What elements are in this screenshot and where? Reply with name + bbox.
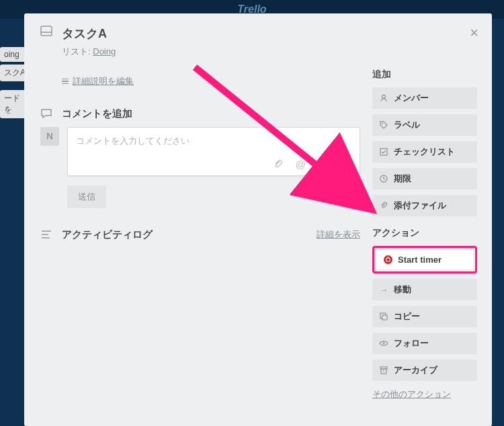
avatar[interactable]: N bbox=[40, 127, 59, 146]
add-section-title: 追加 bbox=[372, 69, 477, 81]
attachment-button[interactable]: 添付ファイル bbox=[372, 195, 477, 216]
comment-icon bbox=[39, 108, 54, 119]
svg-point-19 bbox=[383, 343, 385, 345]
members-icon bbox=[379, 94, 388, 102]
svg-point-11 bbox=[382, 123, 383, 124]
move-icon: → bbox=[379, 285, 388, 295]
comment-section-title: コメントを追加 bbox=[62, 108, 132, 120]
edit-description-link[interactable]: 詳細説明を編集 bbox=[62, 75, 134, 87]
svg-rect-12 bbox=[380, 148, 387, 155]
emoji-icon[interactable] bbox=[319, 159, 329, 170]
labels-button[interactable]: ラベル bbox=[372, 114, 477, 136]
main-column: タスクA リスト: Doing 詳細説明を編集 コメントを追加 N bbox=[39, 26, 372, 421]
attachment-icon bbox=[379, 202, 388, 210]
card-attach-icon[interactable] bbox=[342, 159, 351, 170]
svg-point-2 bbox=[320, 159, 328, 167]
svg-point-10 bbox=[382, 95, 386, 99]
mention-icon[interactable]: @ bbox=[296, 159, 306, 170]
checklist-button[interactable]: チェックリスト bbox=[372, 141, 477, 163]
svg-point-14 bbox=[384, 255, 392, 264]
copy-icon bbox=[379, 312, 388, 321]
list-link[interactable]: Doing bbox=[93, 46, 116, 56]
svg-point-4 bbox=[325, 161, 326, 163]
attachment-icon[interactable] bbox=[273, 159, 282, 170]
svg-rect-18 bbox=[382, 315, 387, 320]
toggl-icon bbox=[383, 255, 392, 264]
comment-input[interactable] bbox=[76, 136, 351, 146]
description-icon bbox=[62, 79, 69, 85]
sidebar: 追加 メンバー ラベル チェックリスト 期限 添付ファイル アクション Star… bbox=[372, 26, 477, 421]
card-icon bbox=[39, 26, 54, 36]
eye-icon bbox=[379, 340, 388, 347]
svg-rect-5 bbox=[343, 159, 351, 166]
copy-button[interactable]: コピー bbox=[372, 306, 477, 327]
archive-icon bbox=[379, 366, 388, 374]
show-details-link[interactable]: 詳細を表示 bbox=[317, 228, 360, 241]
highlight-box: Start timer bbox=[372, 246, 477, 273]
card-modal: × タスクA リスト: Doing 詳細説明を編集 コメントを追加 N bbox=[24, 13, 492, 426]
svg-rect-0 bbox=[41, 26, 52, 36]
card-title[interactable]: タスクA bbox=[62, 26, 107, 42]
follow-button[interactable]: フォロー bbox=[372, 333, 477, 354]
members-button[interactable]: メンバー bbox=[372, 87, 477, 109]
submit-button[interactable]: 送信 bbox=[67, 185, 106, 208]
action-section-title: アクション bbox=[372, 227, 477, 239]
clock-icon bbox=[379, 175, 388, 183]
activity-icon bbox=[39, 230, 54, 239]
list-label: リスト: bbox=[62, 46, 91, 56]
start-timer-button[interactable]: Start timer bbox=[376, 250, 473, 269]
list-line: リスト: Doing bbox=[62, 46, 360, 58]
other-actions-link[interactable]: その他のアクション bbox=[372, 388, 477, 402]
archive-button[interactable]: アーカイブ bbox=[372, 359, 477, 381]
close-icon[interactable]: × bbox=[470, 24, 478, 42]
svg-point-3 bbox=[322, 161, 323, 163]
due-date-button[interactable]: 期限 bbox=[372, 168, 477, 189]
labels-icon bbox=[379, 121, 388, 129]
checklist-icon bbox=[379, 148, 388, 156]
activity-title: アクティビティログ bbox=[62, 228, 153, 241]
move-button[interactable]: →移動 bbox=[372, 279, 477, 300]
comment-box[interactable]: @ bbox=[67, 127, 360, 176]
